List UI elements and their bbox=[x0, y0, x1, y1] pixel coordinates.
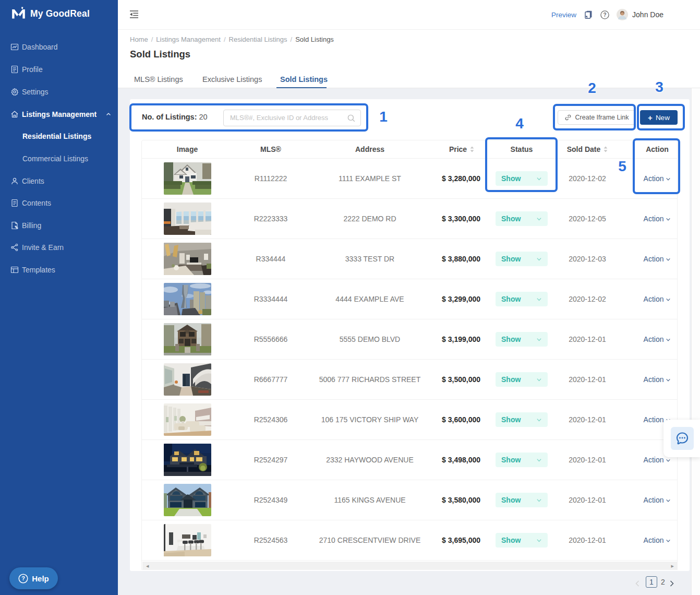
svg-text:?: ? bbox=[604, 12, 607, 18]
svg-text:?: ? bbox=[21, 575, 25, 581]
